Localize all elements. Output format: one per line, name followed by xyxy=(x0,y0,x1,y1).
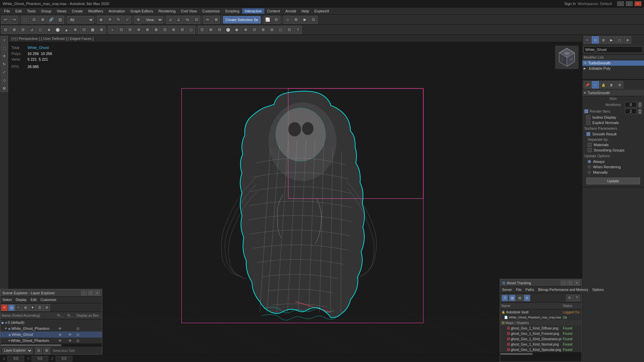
menu-interactive[interactable]: Interactive xyxy=(242,8,265,14)
tb2-22[interactable]: ◻ xyxy=(187,26,195,34)
tb2-7[interactable]: ⬤ xyxy=(54,26,62,34)
at-minimize-btn[interactable]: − xyxy=(561,281,566,285)
se-options-btn[interactable]: ⚙ xyxy=(43,304,50,311)
render-setup-btn[interactable]: ⊞ xyxy=(292,16,300,24)
se-ghost-phantom-mesh[interactable]: ● White_Ghost_Phantom 👁 👁 ⊡ xyxy=(0,338,102,344)
lt-material[interactable]: ◇ xyxy=(1,76,8,84)
create-selection-set-btn[interactable]: Create Selection Se xyxy=(223,16,261,23)
se-filter-btn[interactable]: ▼ xyxy=(29,304,36,311)
coord-dropdown[interactable]: View xyxy=(143,16,163,23)
mod-configure-btn[interactable]: ⚙ xyxy=(616,81,623,88)
tb2-32[interactable]: ◻ xyxy=(276,26,284,34)
tb2-1[interactable]: ⊡ xyxy=(1,26,9,34)
se-white-ghost-mesh[interactable]: ◈ White_Ghost ⊕ 👁 ⊡ xyxy=(0,331,102,338)
at-menu-bitmap[interactable]: Bitmap Performance and Memory xyxy=(536,288,590,292)
tb2-4[interactable]: ⊿ xyxy=(28,26,36,34)
filter-dropdown[interactable]: All xyxy=(67,16,94,23)
tb2-27[interactable]: ◉ xyxy=(233,26,241,34)
menu-scripting[interactable]: Scripting xyxy=(222,8,242,14)
nav-cube[interactable]: TOP FR L xyxy=(555,46,579,69)
lt-scale[interactable]: ⤢ xyxy=(1,68,8,76)
tb2-31[interactable]: ⊟ xyxy=(268,26,276,34)
select-obj-btn[interactable]: ◈ xyxy=(97,16,105,24)
always-radio[interactable] xyxy=(588,160,591,163)
tb2-29[interactable]: ⊡ xyxy=(250,26,258,34)
mod-lock-btn[interactable]: 🔒 xyxy=(600,81,607,88)
menu-edit[interactable]: Edit xyxy=(13,8,24,14)
at-refresh-btn[interactable]: ↻ xyxy=(566,295,573,301)
snap-btn[interactable]: ⊿ xyxy=(166,16,174,24)
menu-content[interactable]: Content xyxy=(264,8,283,14)
at-list-view-btn[interactable]: ☰ xyxy=(501,295,508,301)
restore-btn[interactable]: □ xyxy=(626,1,633,6)
menu-tools[interactable]: Tools xyxy=(24,8,39,14)
tb2-11[interactable]: ▦ xyxy=(89,26,97,34)
menu-help[interactable]: Help xyxy=(299,8,312,14)
tb2-17[interactable]: ⊞ xyxy=(143,26,151,34)
modify-panel-btn[interactable]: ⊟ xyxy=(592,36,599,44)
render-iters-input[interactable] xyxy=(625,109,637,114)
menu-customize[interactable]: Customize xyxy=(200,8,222,14)
iterations-up[interactable]: ▲ xyxy=(638,102,642,105)
select-region-btn[interactable]: ⊡ xyxy=(30,16,38,24)
tb2-19[interactable]: ⊡ xyxy=(161,26,169,34)
utility-panel-btn[interactable]: ⊕ xyxy=(624,36,631,44)
mod-delete-btn[interactable]: 🗑 xyxy=(608,81,615,88)
menu-modifiers[interactable]: Modifiers xyxy=(86,8,106,14)
at-help-btn[interactable]: ? xyxy=(574,295,580,301)
menu-animation[interactable]: Animation xyxy=(106,8,128,14)
se-freeze-col-header[interactable]: Fr... xyxy=(55,314,65,317)
at-name-col-header[interactable]: Name xyxy=(500,304,561,308)
menu-civil-view[interactable]: Civil View xyxy=(178,8,199,14)
mod-expand-icon[interactable]: ▶ xyxy=(584,67,588,70)
at-menu-file[interactable]: File xyxy=(514,288,523,292)
at-scrollbar[interactable] xyxy=(500,352,582,355)
tb2-33[interactable]: ⊡ xyxy=(285,26,293,34)
tb2-34[interactable]: ? xyxy=(294,26,302,34)
isoline-checkbox[interactable] xyxy=(586,115,590,119)
modifier-turbosmooth[interactable]: 👁 TurboSmooth xyxy=(582,60,644,66)
iterations-input[interactable] xyxy=(625,102,637,107)
at-max-file-row[interactable]: 📄 White_Ghost_Phantom_max_vray.max Ok xyxy=(500,315,582,320)
material-editor-btn[interactable]: ◇ xyxy=(283,16,291,24)
menu-rendering[interactable]: Rendering xyxy=(156,8,178,14)
lt-move[interactable]: ✛ xyxy=(1,52,8,60)
tb2-18[interactable]: ⊠ xyxy=(152,26,160,34)
se-sort-btn[interactable]: ⊞ xyxy=(22,304,29,311)
at-menu-paths[interactable]: Paths xyxy=(524,288,536,292)
se-footer-btn1[interactable]: ⊟ xyxy=(35,347,42,354)
at-maps-group-row[interactable]: 🖼 Maps / Shaders xyxy=(500,320,582,325)
sign-in[interactable]: Sign In xyxy=(564,2,576,6)
se-menu-edit[interactable]: Edit xyxy=(29,298,39,302)
at-diffuse-row[interactable]: 🖼 ghost_Geo_1_Kind_Diffuse.png Found xyxy=(500,325,582,331)
se-ghost-phantom-group[interactable]: ▼ ◈ White_Ghost_Phantom 👁 ⊡ xyxy=(0,325,102,331)
rotate-btn[interactable]: ↻ xyxy=(114,16,122,24)
tb2-5[interactable]: ◻ xyxy=(36,26,44,34)
lt-create[interactable]: + xyxy=(1,36,8,44)
render-btn[interactable]: ⊡ xyxy=(310,16,318,24)
at-detail-view-btn[interactable]: ▦ xyxy=(509,295,516,301)
mod-eye-icon[interactable]: 👁 xyxy=(584,61,587,65)
se-layer-btn[interactable]: ▤ xyxy=(8,304,15,311)
menu-create[interactable]: Create xyxy=(69,8,86,14)
viewport-header[interactable]: [+] [ Perspective ] [ User Defined ] [ E… xyxy=(9,35,582,42)
se-layer-default[interactable]: ▶ ● 0 (default) xyxy=(0,319,102,325)
curve-editor-btn[interactable]: 📈 xyxy=(264,16,272,24)
mirror-btn[interactable]: ⇔ xyxy=(203,16,211,24)
tb2-28[interactable]: ⊕ xyxy=(241,26,250,34)
create-panel-btn[interactable]: + xyxy=(584,36,591,44)
se-close-btn[interactable]: × xyxy=(95,291,100,295)
at-menu-options[interactable]: Options xyxy=(590,288,606,292)
close-btn[interactable]: × xyxy=(635,1,641,6)
tb2-16[interactable]: ⊕ xyxy=(135,26,143,34)
se-columns-btn[interactable]: ☰ xyxy=(36,304,43,311)
tb2-23[interactable]: ⊡ xyxy=(198,26,206,34)
se-scrollbar[interactable] xyxy=(0,344,102,346)
minimize-btn[interactable]: − xyxy=(617,1,624,6)
tb2-21[interactable]: ⊟ xyxy=(178,26,186,34)
schematic-view-btn[interactable]: ⊟ xyxy=(272,16,280,24)
at-specular-row[interactable]: 🖼 ghost_Geo_1_Kind_Specular.png Found xyxy=(500,347,582,352)
tb2-25[interactable]: ⊟ xyxy=(215,26,223,34)
menu-arnold[interactable]: Arnold xyxy=(283,8,299,14)
tb2-20[interactable]: ⊞ xyxy=(169,26,177,34)
